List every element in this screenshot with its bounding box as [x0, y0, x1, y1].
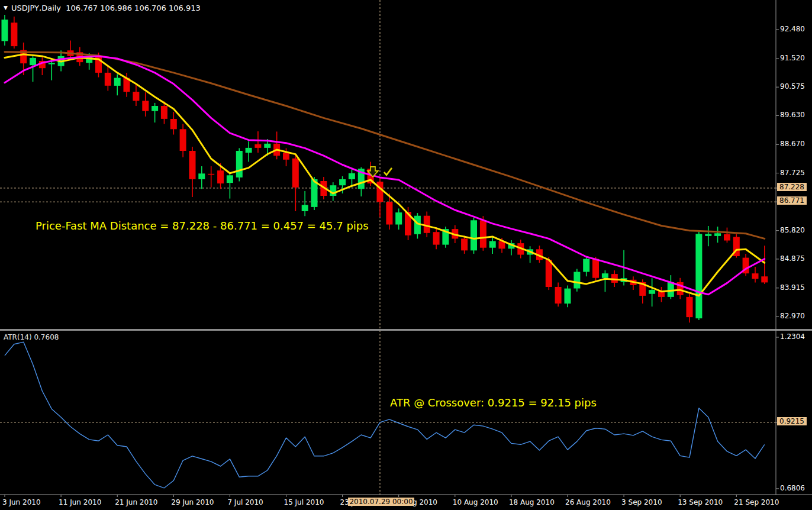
atr-axis-label: 1.2304: [780, 333, 805, 341]
candle-body: [714, 233, 721, 236]
candle-body: [433, 232, 440, 244]
time-axis-label: 29 Jun 2010: [171, 498, 214, 506]
candle-body: [668, 282, 674, 297]
price-axis-label: 89.630: [780, 111, 805, 119]
chart-canvas[interactable]: [0, 0, 812, 510]
candle-body: [152, 106, 158, 111]
candle-body: [602, 273, 608, 278]
candle-body: [761, 276, 768, 282]
candle-body: [349, 173, 355, 179]
candle-body: [724, 234, 730, 241]
candle-body: [592, 259, 599, 278]
candle-body: [424, 216, 430, 233]
panel-separator[interactable]: [0, 329, 812, 331]
candle-body: [161, 106, 167, 119]
price-axis-label: 90.575: [780, 82, 805, 91]
candle-body: [292, 159, 299, 188]
atr-axis-label: 0.6806: [780, 484, 805, 492]
candle-body: [114, 78, 121, 86]
candle-body: [236, 151, 243, 177]
candle-body: [133, 92, 139, 101]
time-axis-label: 18 Aug 2010: [509, 498, 555, 506]
time-axis-label: 15 Jul 2010: [284, 498, 324, 506]
crosshair-price-label: 87.228: [777, 183, 807, 191]
candle-body: [339, 179, 346, 185]
candle-body: [386, 202, 392, 224]
candle-body: [687, 297, 693, 317]
candle-body: [170, 119, 177, 129]
candle-body: [395, 212, 402, 224]
candle-body: [565, 289, 571, 304]
candle-body: [471, 220, 477, 250]
candle-body: [546, 260, 552, 287]
candle-body: [461, 238, 468, 250]
mid-ma-magenta-line: [5, 56, 765, 295]
atr-level-label: 0.9215: [777, 417, 807, 425]
indicator-label: ATR(14) 0.7608: [4, 333, 59, 341]
candle-body: [227, 175, 233, 183]
crossover-checkmark-icon: [384, 168, 392, 175]
chart-title: ▼USDJPY,Daily 106.767 106.986 106.706 10…: [4, 4, 201, 12]
candle-body: [189, 151, 196, 179]
price-axis-label: 82.970: [780, 312, 805, 320]
price-axis-label: 85.820: [780, 226, 805, 234]
candle-body: [11, 22, 17, 46]
candle-body: [142, 101, 149, 111]
crosshair-price-label: 86.771: [777, 196, 807, 205]
candle-body: [264, 144, 270, 148]
price-axis-label: 87.725: [780, 169, 805, 177]
candle-body: [2, 20, 8, 41]
time-axis-label: 7 Jul 2010: [227, 498, 263, 506]
fast-ma-yellow-line: [5, 54, 765, 296]
time-axis-label: 13 Sep 2010: [678, 498, 723, 506]
candle-body: [583, 259, 589, 272]
candle-body: [573, 272, 580, 289]
time-axis-label: 3 Jun 2010: [2, 498, 41, 506]
chart-symbol-timeframe: USDJPY,Daily: [11, 4, 61, 12]
indicator-name: ATR(14): [4, 333, 32, 341]
chart-quote-ohlc: 106.767 106.986 106.706 106.913: [66, 4, 200, 12]
price-axis-label: 92.480: [780, 25, 805, 33]
candle-body: [377, 182, 384, 202]
time-axis-label: 11 Jun 2010: [59, 498, 101, 506]
atr-indicator-line: [5, 342, 765, 488]
candle-body: [649, 290, 655, 294]
symbol-dropdown-arrow-icon[interactable]: ▼: [4, 5, 8, 11]
candle-body: [283, 153, 289, 160]
candle-body: [254, 144, 261, 148]
candle-body: [198, 173, 205, 179]
candle-body: [217, 170, 224, 183]
candle-body: [480, 220, 486, 247]
crosshair-time-label: 2010.07.29 00:00: [348, 498, 414, 506]
mt4-chart-window: ▼USDJPY,Daily 106.767 106.986 106.706 10…: [0, 0, 812, 510]
candle-body: [208, 174, 214, 175]
candle-body: [246, 148, 252, 153]
candle-body: [555, 287, 562, 304]
price-axis-label: 83.915: [780, 283, 805, 292]
price-axis-label: 88.670: [780, 140, 805, 148]
candle-body: [30, 58, 36, 65]
time-axis-label: 21 Jun 2010: [115, 498, 157, 506]
candle-body: [752, 273, 759, 279]
candle-body: [180, 129, 186, 151]
candle-body: [611, 274, 618, 283]
time-axis-label: 3 Sep 2010: [621, 498, 662, 506]
candle-body: [695, 234, 702, 318]
candle-body: [302, 205, 308, 211]
price-axis-label: 84.875: [780, 254, 805, 263]
time-axis-label: 10 Aug 2010: [453, 498, 498, 506]
candle-body: [49, 63, 55, 64]
annotation-atr-crossover: ATR @ Crossover: 0.9215 = 92.15 pips: [390, 396, 597, 409]
price-axis-label: 91.520: [780, 54, 805, 62]
annotation-price-ma-distance: Price-Fast MA Distance = 87.228 - 86.771…: [36, 220, 369, 232]
candle-body: [105, 73, 111, 86]
candle-body: [489, 241, 496, 248]
time-axis-label: 21 Sep 2010: [734, 498, 779, 506]
candle-body: [705, 234, 711, 236]
time-axis-label: 26 Aug 2010: [565, 498, 611, 506]
indicator-value: 0.7608: [34, 333, 59, 341]
